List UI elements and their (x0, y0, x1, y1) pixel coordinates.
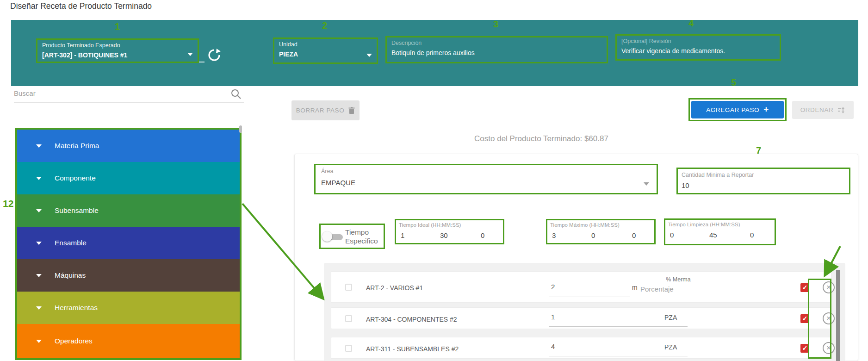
delete-step-button[interactable]: BORRAR PASO (291, 100, 360, 120)
quantity-input[interactable]: 2 (551, 283, 555, 291)
quantity-underline (549, 297, 630, 297)
sidebar-item-label: Operadores (55, 337, 93, 345)
ideal-time-seconds[interactable]: 0 (481, 231, 484, 239)
design-recipe-page: Diseñar Receta de Producto Terminado Pro… (0, 0, 868, 361)
quantity-input[interactable]: 1 (551, 313, 555, 321)
component-name: ART-311 - SUBENSAMBLES #2 (366, 345, 459, 353)
sidebar-item-subensamble[interactable]: Subensamble (17, 194, 240, 227)
component-name: ART-304 - COMPONENTES #2 (366, 316, 457, 323)
clean-time-field[interactable]: Tiempo Limpieza (HH:MM:SS) 0 45 0 (664, 218, 776, 245)
ideal-time-minutes[interactable]: 30 (440, 231, 448, 239)
sidebar-item-label: Ensamble (55, 239, 87, 247)
sidebar-item-label: Materia Prima (55, 142, 99, 150)
search-input[interactable] (14, 89, 217, 97)
chevron-down-icon (36, 306, 42, 310)
max-time-minutes[interactable]: 0 (591, 231, 595, 239)
chevron-down-icon (36, 209, 42, 212)
trash-icon (348, 107, 355, 114)
component-row: ART-304 - COMPONENTES #2 1 PZA ✓ × (331, 307, 831, 329)
refresh-icon[interactable] (207, 48, 221, 62)
row-checkbox[interactable] (345, 284, 352, 291)
toggle-label: Tiempo Especifico (345, 228, 378, 245)
clean-time-label: Tiempo Limpieza (HH:MM:SS) (668, 222, 740, 227)
clean-time-seconds[interactable]: 0 (750, 231, 754, 239)
annotation-1: 1 (115, 21, 120, 32)
specific-time-toggle-group: Tiempo Especifico (319, 224, 385, 249)
quantity-underline (549, 356, 688, 356)
sidebar-item-ensamble[interactable]: Ensamble (17, 227, 240, 259)
max-time-field[interactable]: Tiempo Máximo (HH:MM:SS) 3 0 0 (546, 219, 656, 244)
unit-select[interactable]: Unidad PIEZA (273, 37, 378, 64)
order-button[interactable]: ORDENAR (792, 101, 854, 119)
description-field[interactable]: Descripción Botiquín de primeros auxilio… (385, 36, 608, 63)
product-value: [ART-302] - BOTIQUINES #1 (42, 51, 127, 59)
component-row: ART-2 - VARIOS #1 2 m % Merma ✓ × (331, 271, 831, 303)
area-select[interactable]: Área EMPAQUE (314, 164, 658, 194)
sidebar-item-herramientas[interactable]: Herramientas (17, 292, 240, 324)
area-label: Área (321, 168, 333, 174)
sidebar-item-componente[interactable]: Componente (17, 162, 240, 194)
revision-label: [Opcional] Revisión (621, 38, 671, 44)
ideal-time-hours[interactable]: 1 (401, 231, 404, 239)
chevron-down-icon (36, 242, 42, 245)
unit-value: PIEZA (279, 50, 298, 58)
unit-label: m (632, 284, 638, 291)
sort-icon (837, 107, 845, 113)
product-label: Producto Terminado Esperado (42, 42, 120, 49)
annotation-2: 2 (322, 20, 327, 31)
revision-field[interactable]: [Opcional] Revisión Verificar vigencia d… (615, 34, 781, 61)
annotation-5: 5 (731, 77, 736, 88)
row-checkbox[interactable] (345, 345, 352, 352)
chevron-down-icon (36, 144, 42, 148)
sidebar-item-maquinas[interactable]: Máquinas (17, 259, 240, 292)
add-step-label: AGREGAR PASO (706, 106, 759, 113)
ideal-time-label: Tiempo Ideal (HH:MM:SS) (399, 222, 461, 228)
sidebar-item-label: Subensamble (55, 206, 99, 215)
chevron-down-icon (36, 274, 42, 277)
chevron-down-icon[interactable] (366, 54, 372, 57)
row-checkbox[interactable] (345, 315, 352, 322)
quantity-underline (549, 326, 688, 327)
components-list: ART-2 - VARIOS #1 2 m % Merma ✓ × ART-30… (324, 263, 845, 361)
sidebar-item-operadores[interactable]: Operadores (17, 324, 240, 358)
annotation-3: 3 (493, 19, 498, 30)
product-select[interactable]: Producto Terminado Esperado [ART-302] - … (36, 38, 199, 63)
description-label: Descripción (391, 40, 422, 46)
merma-label: % Merma (648, 276, 708, 283)
sidebar-item-label: Herramientas (55, 304, 98, 312)
sidebar-scrollbar[interactable] (239, 125, 242, 133)
chevron-down-icon[interactable] (644, 182, 649, 186)
unit-label: PZA (664, 343, 677, 351)
min-qty-label: Cantidad Minima a Reportar (682, 172, 754, 178)
chevron-down-icon[interactable] (187, 53, 193, 56)
search-icon[interactable] (230, 88, 242, 100)
chevron-down-icon (36, 177, 42, 180)
cost-text: Costo del Producto Terminado: $60.87 (416, 134, 666, 143)
annotation-4: 4 (688, 18, 694, 29)
annotation-12: 12 (3, 198, 13, 209)
order-label: ORDENAR (800, 106, 834, 113)
delete-step-label: BORRAR PASO (296, 107, 345, 114)
merma-input[interactable] (640, 285, 694, 296)
toggle-knob[interactable] (322, 231, 332, 242)
page-title: Diseñar Receta de Producto Terminado (10, 1, 152, 11)
add-step-button[interactable]: AGREGAR PASO + (691, 101, 784, 118)
sidebar-item-label: Componente (55, 174, 96, 182)
ideal-time-field[interactable]: Tiempo Ideal (HH:MM:SS) 1 30 0 (395, 219, 504, 244)
clean-time-hours[interactable]: 0 (670, 231, 674, 239)
quantity-input[interactable]: 4 (551, 342, 555, 350)
search-underline (14, 102, 244, 103)
max-time-label: Tiempo Máximo (HH:MM:SS) (550, 222, 620, 228)
description-value: Botiquín de primeros auxilios (391, 49, 475, 56)
clean-time-minutes[interactable]: 45 (709, 231, 717, 239)
max-time-hours[interactable]: 3 (552, 231, 556, 239)
max-time-seconds[interactable]: 0 (632, 231, 636, 239)
component-catalog-panel: Materia Prima Componente Subensamble Ens… (15, 128, 242, 360)
list-scrollbar[interactable] (836, 270, 840, 361)
header-bar: Producto Terminado Esperado [ART-302] - … (11, 20, 858, 86)
component-name: ART-2 - VARIOS #1 (366, 284, 423, 292)
min-qty-field[interactable]: Cantidad Minima a Reportar 10 (676, 168, 850, 194)
sidebar-item-materia-prima[interactable]: Materia Prima (17, 130, 240, 162)
plus-icon: + (763, 104, 769, 114)
sidebar-item-label: Máquinas (55, 271, 86, 280)
